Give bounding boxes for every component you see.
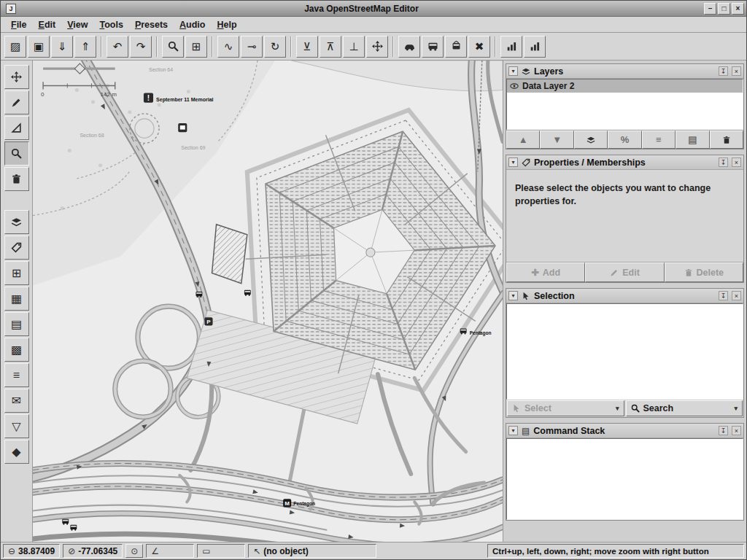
layer-merge-button[interactable]	[574, 131, 608, 149]
tram-routes-button[interactable]	[445, 36, 467, 58]
car-icon	[404, 41, 415, 52]
close-icon[interactable]: ×	[732, 158, 741, 167]
menu-file[interactable]: File	[5, 18, 33, 31]
tag-icon	[11, 242, 22, 253]
zoom-tool[interactable]	[4, 141, 29, 166]
collapse-icon[interactable]: ▾	[508, 158, 518, 167]
app-icon: J	[6, 4, 16, 14]
pentagon-stop-label: Pentagon	[470, 330, 492, 336]
pin-icon[interactable]: ↧	[719, 426, 728, 435]
redo-button[interactable]: ↷	[130, 36, 152, 58]
close-button[interactable]: ×	[732, 3, 744, 15]
pin-icon[interactable]: ↧	[719, 158, 728, 167]
pan-button[interactable]	[366, 36, 388, 58]
right-panel: ▾ Layers ↧ × Data Layer 2 ▲ ▼	[503, 61, 746, 542]
layer-visible-icon[interactable]	[510, 82, 519, 90]
select-tool[interactable]	[4, 65, 29, 89]
layer-rename-button[interactable]: ≡	[642, 131, 676, 149]
latitude-field[interactable]: ⊖ 38.87409	[3, 544, 60, 558]
toggle-layers[interactable]	[4, 210, 29, 234]
layer-row-data-layer-2[interactable]: Data Layer 2	[507, 79, 743, 93]
trash-icon	[722, 136, 731, 144]
audio-markers-button[interactable]	[524, 36, 546, 58]
toggle-properties[interactable]	[4, 236, 29, 260]
map-area[interactable]: P M ! Section 64 Section 68 Section 69 S…	[33, 61, 503, 542]
add-button[interactable]: ✚ Add	[506, 262, 585, 282]
layer-duplicate-button[interactable]: ▤	[676, 131, 709, 149]
layer-opacity-button[interactable]: %	[608, 131, 641, 149]
toggle-command-stack[interactable]: ▤	[4, 312, 29, 336]
command-stack-list[interactable]	[506, 438, 743, 520]
edit-button[interactable]: Edit	[585, 262, 664, 282]
undo-button[interactable]: ↶	[107, 36, 128, 58]
layer-down-button[interactable]: ▼	[540, 131, 573, 149]
delete-label: Delete	[697, 268, 724, 278]
close-icon[interactable]: ×	[732, 66, 741, 76]
titlebar[interactable]: J Java OpenStreetMap Editor – □ ×	[1, 1, 746, 17]
preferences-button[interactable]: ⊞	[185, 36, 207, 58]
toggle-relations[interactable]: ▦	[4, 287, 29, 311]
measure-tool[interactable]	[4, 116, 29, 140]
toggle-minimap[interactable]: ≡	[4, 363, 29, 387]
menu-edit[interactable]: Edit	[33, 18, 62, 31]
layer-delete-button[interactable]	[710, 131, 743, 149]
layer-up-button[interactable]: ▲	[506, 131, 540, 149]
save-button[interactable]: ▣	[28, 36, 50, 58]
collapse-icon[interactable]: ▾	[508, 426, 518, 435]
layers-list[interactable]: Data Layer 2	[506, 79, 743, 130]
pin-icon[interactable]: ↧	[719, 291, 728, 300]
layers-icon	[522, 67, 530, 76]
bus-routes-button[interactable]	[422, 36, 444, 58]
download-button[interactable]: ⇓	[51, 36, 73, 58]
combine-way-button[interactable]: ⊼	[320, 36, 341, 58]
jump-to-position-button[interactable]: ⊙	[125, 544, 143, 558]
command-stack-icon: ▤	[522, 426, 530, 436]
collapse-icon[interactable]: ▾	[508, 291, 518, 300]
delete-mode-button[interactable]: ✖	[468, 36, 490, 58]
magnifier-icon	[11, 148, 22, 159]
open-button[interactable]: ▨	[4, 36, 26, 58]
refresh-button[interactable]: ↻	[264, 36, 286, 58]
angle-icon: ∠	[151, 546, 159, 556]
selection-list[interactable]	[506, 303, 743, 400]
layer-buttons: ▲ ▼ % ≡ ▤	[506, 130, 743, 149]
toggle-notes[interactable]: ✉	[4, 389, 29, 413]
delete-button[interactable]: Delete	[665, 262, 743, 282]
toggle-filter[interactable]: ▽	[4, 414, 29, 438]
menu-audio[interactable]: Audio	[174, 18, 211, 31]
toggle-selection[interactable]: ⊞	[4, 261, 29, 285]
car-routes-button[interactable]	[398, 36, 420, 58]
maximize-button[interactable]: □	[718, 3, 730, 15]
chevron-down-icon[interactable]: ▾	[734, 405, 738, 412]
waypoints-button[interactable]	[500, 36, 522, 58]
toggle-changesets[interactable]: ◆	[4, 440, 29, 464]
main-region: ⊞ ▦ ▤ ▩ ≡ ✉ ▽ ◆	[1, 61, 746, 542]
map-canvas[interactable]: P M ! Section 64 Section 68 Section 69 S…	[33, 61, 503, 542]
close-icon[interactable]: ×	[732, 291, 741, 300]
toggle-validator[interactable]: ▩	[4, 338, 29, 362]
chevron-down-icon[interactable]: ▾	[616, 405, 619, 412]
menu-view[interactable]: View	[61, 18, 93, 31]
selection-buttons: Select ▾ Search ▾	[506, 400, 743, 417]
longitude-field[interactable]: ⊘ -77.06345	[63, 544, 123, 558]
layers-icon	[11, 217, 22, 228]
menu-presets[interactable]: Presets	[129, 18, 174, 31]
minimize-button[interactable]: –	[704, 3, 716, 15]
pentagon-station-label: Pentagon	[293, 501, 315, 507]
select-button[interactable]: Select ▾	[507, 400, 624, 416]
unglue-button[interactable]: ⊥	[343, 36, 365, 58]
menu-tools[interactable]: Tools	[93, 18, 128, 31]
delete-tool[interactable]	[4, 167, 29, 191]
menu-help[interactable]: Help	[211, 18, 242, 31]
draw-way-button[interactable]: ∿	[217, 36, 239, 58]
zoom-to-selection-button[interactable]	[162, 36, 184, 58]
follow-line-button[interactable]: ⊸	[241, 36, 263, 58]
close-icon[interactable]: ×	[732, 426, 741, 435]
collapse-icon[interactable]: ▾	[508, 66, 518, 76]
search-button[interactable]: Search ▾	[626, 400, 743, 416]
upload-button[interactable]: ⇑	[74, 36, 96, 58]
chart-bars-icon	[530, 41, 541, 52]
split-way-button[interactable]: ⊻	[296, 36, 318, 58]
draw-node-tool[interactable]	[4, 90, 29, 114]
pin-icon[interactable]: ↧	[719, 66, 728, 76]
